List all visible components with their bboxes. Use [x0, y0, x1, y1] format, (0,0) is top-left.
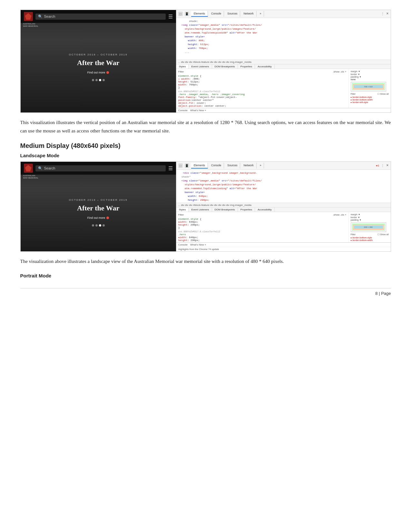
hero-date-2: OCTOBER 2018 – OCTOBER 2019	[69, 198, 128, 201]
tab-sources-1[interactable]: Sources	[225, 11, 240, 17]
devtools-more-options-1[interactable]: ⋮	[381, 12, 384, 16]
status-indicator-2: ●6	[376, 164, 379, 167]
search-bar-2[interactable]: 🔍 Search	[35, 165, 166, 171]
nav-logo-1	[24, 12, 33, 21]
inspect-icon[interactable]: ⬚	[178, 12, 183, 16]
css-rule-hero-1: css.060YoZkM317.8.classTorfe1l2 .hero .i…	[178, 90, 347, 108]
devtools-close-1[interactable]: ×	[386, 12, 388, 16]
nav-logo-icon-2	[25, 165, 32, 171]
hero-button-1[interactable]: Find out more	[87, 71, 109, 74]
styles-panel-2: Filter .show .cls + element.style { widt…	[176, 212, 391, 242]
search-icon: 🔍	[38, 15, 43, 19]
website-preview-1: 🔍 Search ☰ AUSTRALIAN WAR MEMORIAL OCTOB…	[21, 10, 176, 112]
devtools-panel-1: ⬚ 📱 Elements Console Sources Network » ⋮…	[176, 10, 391, 112]
nav-dot-3[interactable]	[99, 79, 101, 81]
dots-nav-2	[92, 224, 105, 227]
search-label-2: Search	[44, 166, 55, 170]
devtools-tab-bar-1: Elements Console Sources Network »	[191, 11, 379, 17]
tab-network-1[interactable]: Network	[241, 11, 256, 17]
styles-tab-props-2[interactable]: Properties	[238, 208, 255, 212]
styles-tab-access-2[interactable]: Accessibility	[255, 208, 275, 212]
box-model-2: 640 × 290	[351, 222, 386, 232]
hero-date-1: OCTOBER 2018 – OCTOBER 2019	[69, 53, 128, 56]
hero-button-dot-2	[106, 217, 109, 219]
devtools-bottom-tabs-2: Console What's New ×	[176, 242, 391, 247]
bottom-tab-console-1[interactable]: Console	[178, 109, 188, 112]
body-text-1: This visualization illustrates the verti…	[20, 119, 391, 135]
body-text-2: The visualization above illustrates a la…	[20, 257, 391, 266]
devtools-panel-2: ⬚ 📱 Elements Console Sources Network » ●…	[176, 162, 391, 251]
hamburger-menu[interactable]: ☰	[168, 14, 173, 20]
nav-dot-2-4[interactable]	[103, 224, 105, 227]
styles-tab-dom-2[interactable]: DOM Breakpoints	[212, 208, 238, 212]
devtools-code-1: shade: <img class="imager_media" src="/s…	[176, 18, 391, 60]
tab-elements-2[interactable]: Elements	[191, 163, 208, 169]
tab-more-1[interactable]: »	[257, 11, 264, 17]
hero-button-label-2: Find out more	[87, 216, 105, 219]
bottom-tab-whatsnew-2[interactable]: What's New ×	[190, 243, 206, 246]
devtools-toolbar-1: ⬚ 📱 Elements Console Sources Network » ⋮…	[176, 10, 391, 18]
tab-console-2[interactable]: Console	[209, 163, 224, 169]
site-label-2: AUSTRALIAN WAR MEMORIAL	[23, 175, 38, 179]
devtools-close-2[interactable]: ×	[386, 163, 388, 168]
page-num-value: 8 | Page	[375, 291, 391, 296]
devtools-styles-tabs-1: Styles Event Listeners DOM Breakpoints P…	[176, 64, 391, 69]
search-bar-1[interactable]: 🔍 Search	[35, 14, 166, 20]
nav-dot-2[interactable]	[95, 79, 98, 81]
tab-elements-1[interactable]: Elements	[191, 11, 208, 17]
inspect-icon-2[interactable]: ⬚	[178, 163, 183, 168]
styles-left-1: Filter .show .cls + element.style { ⚠ wi…	[176, 69, 349, 108]
section-heading-medium: Medium Display (480x640 pixels)	[20, 142, 391, 150]
styles-right-1: margin ▼ border ▼ padding ▼ none 700 × 5…	[349, 69, 391, 108]
styles-tab-dom-1[interactable]: DOM Breakpoints	[212, 64, 238, 69]
nav-bar-2: 🔍 Search ☰	[21, 162, 176, 175]
styles-tab-styles-1[interactable]: Styles	[176, 64, 189, 69]
page-content: 🔍 Search ☰ AUSTRALIAN WAR MEMORIAL OCTOB…	[20, 10, 391, 296]
hero-button-2[interactable]: Find out more	[87, 216, 109, 219]
screenshot1-block: 🔍 Search ☰ AUSTRALIAN WAR MEMORIAL OCTOB…	[20, 10, 391, 113]
hero-button-label-1: Find out more	[87, 71, 105, 74]
hero-button-dot	[106, 71, 109, 74]
styles-filter-2: Filter .show .cls +	[178, 213, 347, 216]
devtools-styles-tabs-2: Styles Event Listeners DOM Breakpoints P…	[176, 208, 391, 212]
styles-right-2: margin ▼ border ▼ padding ▼ 640 × 290 Fi…	[349, 212, 391, 242]
nav-logo-icon	[25, 13, 32, 20]
styles-tab-props-1[interactable]: Properties	[238, 64, 255, 69]
device-icon-2[interactable]: 📱	[185, 163, 189, 168]
devtools-breadcrumb-2: ... div div div #block-feature div div d…	[176, 203, 391, 208]
devtools-bottom-tabs-1: Console What's New ×	[176, 108, 391, 112]
styles-tab-events-1[interactable]: Event Listeners	[189, 64, 212, 69]
bottom-tab-console-2[interactable]: Console	[178, 243, 188, 246]
nav-dot-1[interactable]	[92, 79, 94, 81]
css-rule-element-1: element.style { ⚠ width: -000; height: 5…	[178, 74, 347, 89]
tab-console-1[interactable]: Console	[209, 11, 224, 17]
website-preview-2: 🔍 Search ☰ AUSTRALIAN WAR MEMORIAL OCTOB…	[21, 162, 176, 251]
css-rule-hero-2: css.060YoZkM317.8.classTorfe1l2 .hero wi…	[178, 230, 347, 242]
nav-dot-2-2[interactable]	[95, 224, 98, 227]
nav-dot-4[interactable]	[103, 79, 105, 81]
bottom-tab-whatsnew-1[interactable]: What's New ×	[190, 109, 206, 112]
devtools-breadcrumb-1: ... div div div #block-feature div div d…	[176, 60, 391, 64]
css-rule-element-2: element.style { width: 640px; height: 29…	[178, 218, 347, 229]
box-model-1: 700 × 510	[351, 82, 386, 92]
site-label: AUSTRALIAN WAR MEMORIAL	[23, 23, 38, 27]
device-icon[interactable]: 📱	[185, 12, 189, 16]
page-number: 8 | Page	[20, 288, 391, 296]
styles-tab-events-2[interactable]: Event Listeners	[189, 208, 212, 212]
nav-dot-2-1[interactable]	[92, 224, 94, 227]
hamburger-menu-2[interactable]: ☰	[168, 165, 173, 171]
screenshot2-block: 🔍 Search ☰ AUSTRALIAN WAR MEMORIAL OCTOB…	[20, 161, 391, 252]
tab-network-2[interactable]: Network	[241, 163, 256, 169]
styles-tab-access-1[interactable]: Accessibility	[255, 64, 275, 69]
hero-content-2: OCTOBER 2018 – OCTOBER 2019 After the Wa…	[21, 175, 176, 250]
hero-title-1: After the War	[77, 59, 119, 67]
hero-content-1: OCTOBER 2018 – OCTOBER 2019 After the Wa…	[21, 23, 176, 111]
styles-tab-styles-2[interactable]: Styles	[176, 208, 189, 212]
nav-dot-2-3[interactable]	[99, 224, 101, 227]
devtools-code-2: <div class="imager_background imager_bac…	[176, 170, 391, 203]
tab-sources-2[interactable]: Sources	[225, 163, 240, 169]
hero-title-2: After the War	[77, 204, 119, 212]
devtools-more-options-2[interactable]: ⋮	[381, 164, 384, 168]
nav-bar-1: 🔍 Search ☰	[21, 10, 176, 23]
tab-more-2[interactable]: »	[257, 163, 264, 169]
